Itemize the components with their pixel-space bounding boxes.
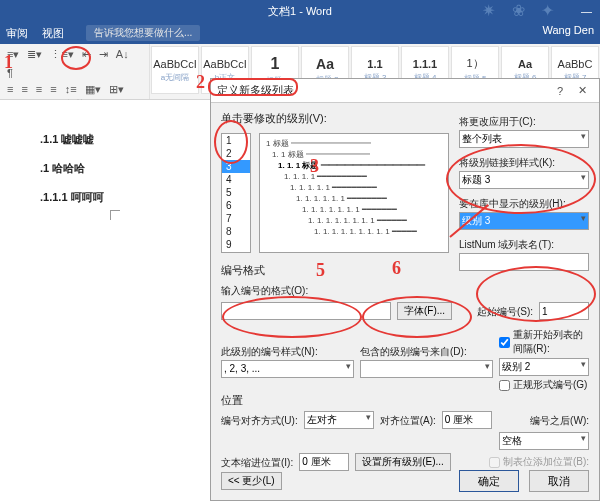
level-item-4[interactable]: 4 xyxy=(222,173,250,186)
apply-to-label: 将更改应用于(C): xyxy=(459,115,589,129)
preview-line: 1. 1. 1. 1. 1. 1. 1 ━━━━━━━ xyxy=(266,204,442,215)
decrease-indent-icon[interactable]: ⇤ xyxy=(79,46,94,63)
title-bar: 文档1 - Word — ✷ ❀ ✦ xyxy=(0,0,600,22)
align-at-input[interactable] xyxy=(442,411,492,429)
dialog-title: 定义新多级列表 xyxy=(217,83,549,98)
enter-format-input[interactable] xyxy=(221,302,391,320)
link-style-select[interactable] xyxy=(459,171,589,189)
window-title: 文档1 - Word xyxy=(268,4,332,19)
cancel-button[interactable]: 取消 xyxy=(529,470,589,492)
click-level-label: 单击要修改的级别(V): xyxy=(221,112,327,124)
align-label: 编号对齐方式(U): xyxy=(221,414,298,428)
style-no-spacing[interactable]: AaBbCcIa无间隔 xyxy=(151,46,199,94)
gallery-label: 要在库中显示的级别(H): xyxy=(459,197,589,211)
line-spacing-icon[interactable]: ↕≡ xyxy=(62,81,80,98)
paragraph-group: ≡▾ ≣▾ ⋮≡▾ ⇤ ⇥ A↓ ¶ ≡ ≡ ≡ ≡ ↕≡ ▦▾ ⊞▾ 段落 xyxy=(0,44,150,99)
page-corner-mark xyxy=(110,210,120,220)
borders-icon[interactable]: ⊞▾ xyxy=(106,81,127,98)
sort-icon[interactable]: A↓ xyxy=(113,46,132,63)
preview-line: 1. 1. 1. 1. 1. 1. 1. 1. 1 ━━━━━ xyxy=(266,226,442,237)
align-right-icon[interactable]: ≡ xyxy=(33,81,45,98)
level-item-8[interactable]: 8 xyxy=(222,225,250,238)
level-item-2[interactable]: 2 xyxy=(222,147,250,160)
tabstop-label: 制表位添加位置(B): xyxy=(503,455,589,469)
link-style-label: 将级别链接到样式(K): xyxy=(459,156,589,170)
ribbon-tabs: 审阅 视图 告诉我您想要做什么... Wang Den xyxy=(0,22,600,44)
restart-label: 重新开始列表的间隔(R): xyxy=(513,328,589,356)
align-at-label: 对齐位置(A): xyxy=(380,414,436,428)
listnum-label: ListNum 域列表名(T): xyxy=(459,238,589,252)
start-at-input[interactable] xyxy=(539,302,589,320)
tell-me-input[interactable]: 告诉我您想要做什么... xyxy=(86,25,200,41)
level-item-5[interactable]: 5 xyxy=(222,186,250,199)
preview-line: 1 标题 ━━━━━━━━━━ xyxy=(266,138,442,149)
restart-checkbox[interactable] xyxy=(499,337,510,348)
position-section-label: 位置 xyxy=(221,393,589,408)
align-justify-icon[interactable]: ≡ xyxy=(47,81,59,98)
preview-line: 1. 1. 1. 1. 1. 1 ━━━━━━━━ xyxy=(266,193,442,204)
list-preview: 1 标题 ━━━━━━━━━━ 1. 1 标题 ━━━━━━━━ 1. 1. 1… xyxy=(259,133,449,253)
multilevel-icon[interactable]: ⋮≡▾ xyxy=(47,46,76,63)
legal-checkbox[interactable] xyxy=(499,380,510,391)
preview-line: 1. 1. 1. 1. 1. 1. 1. 1 ━━━━━━ xyxy=(266,215,442,226)
numbering-icon[interactable]: ≣▾ xyxy=(24,46,45,63)
gallery-select[interactable] xyxy=(459,212,589,230)
start-at-label: 起始编号(S): xyxy=(477,305,533,319)
level-item-3[interactable]: 3 xyxy=(222,160,250,173)
follow-label: 编号之后(W): xyxy=(530,414,589,428)
tabstop-checkbox-row: 制表位添加位置(B): xyxy=(489,455,589,469)
align-left-icon[interactable]: ≡ xyxy=(4,81,16,98)
restart-select[interactable] xyxy=(499,358,589,376)
indent-label: 文本缩进位置(I): xyxy=(221,456,293,470)
dialog-close-icon[interactable]: ✕ xyxy=(571,84,593,97)
apply-to-select[interactable] xyxy=(459,130,589,148)
doc-line-3: .1.1.1 呵呵呵 xyxy=(40,190,200,205)
doc-line-2: .1 哈哈哈 xyxy=(40,161,200,176)
indent-input[interactable] xyxy=(299,453,349,471)
user-name[interactable]: Wang Den xyxy=(542,24,594,36)
doc-line-1: .1.1 嘘嘘嘘 xyxy=(40,132,200,147)
set-all-button[interactable]: 设置所有级别(E)... xyxy=(355,453,451,471)
legal-checkbox-row[interactable]: 正规形式编号(G) xyxy=(499,378,589,392)
tab-view[interactable]: 视图 xyxy=(42,26,64,41)
window-min-icon[interactable]: — xyxy=(581,5,592,17)
shading-icon[interactable]: ▦▾ xyxy=(82,81,104,98)
num-style-select[interactable] xyxy=(221,360,354,378)
tabstop-checkbox xyxy=(489,457,500,468)
bullets-icon[interactable]: ≡▾ xyxy=(4,46,22,63)
define-multilevel-list-dialog: 定义新多级列表 ? ✕ 单击要修改的级别(V): 1 2 3 4 5 6 7 8… xyxy=(210,78,600,501)
enter-format-label: 输入编号的格式(O): xyxy=(221,284,341,298)
level-listbox[interactable]: 1 2 3 4 5 6 7 8 9 xyxy=(221,133,251,253)
format-section-label: 编号格式 xyxy=(221,263,589,278)
less-button[interactable]: << 更少(L) xyxy=(221,472,282,490)
restart-checkbox-row[interactable]: 重新开始列表的间隔(R): xyxy=(499,328,589,356)
dialog-help-icon[interactable]: ? xyxy=(549,85,571,97)
font-button[interactable]: 字体(F)... xyxy=(397,302,452,320)
level-item-6[interactable]: 6 xyxy=(222,199,250,212)
level-item-7[interactable]: 7 xyxy=(222,212,250,225)
level-item-1[interactable]: 1 xyxy=(222,134,250,147)
legal-label: 正规形式编号(G) xyxy=(513,378,587,392)
decoration: ✷ ❀ ✦ xyxy=(482,1,560,20)
ok-button[interactable]: 确定 xyxy=(459,470,519,492)
include-from-select[interactable] xyxy=(360,360,493,378)
tab-review[interactable]: 审阅 xyxy=(6,26,28,41)
show-marks-icon[interactable]: ¶ xyxy=(4,65,16,81)
increase-indent-icon[interactable]: ⇥ xyxy=(96,46,111,63)
preview-line: 1. 1. 1. 1. 1 ━━━━━━━━━ xyxy=(266,182,442,193)
align-select[interactable] xyxy=(304,411,374,429)
document-canvas[interactable]: .1.1 嘘嘘嘘 .1 哈哈哈 .1.1.1 呵呵呵 xyxy=(0,100,210,501)
include-from-label: 包含的级别编号来自(D): xyxy=(360,345,493,359)
preview-line-selected: 1. 1. 1 标题 ━━━━━━━━━━━━━ xyxy=(266,160,442,171)
level-item-9[interactable]: 9 xyxy=(222,238,250,251)
follow-select[interactable] xyxy=(499,432,589,450)
num-style-label: 此级别的编号样式(N): xyxy=(221,345,354,359)
align-center-icon[interactable]: ≡ xyxy=(18,81,30,98)
preview-line: 1. 1 标题 ━━━━━━━━ xyxy=(266,149,442,160)
preview-line: 1. 1. 1. 1 ━━━━━━━━━━ xyxy=(266,171,442,182)
dialog-titlebar: 定义新多级列表 ? ✕ xyxy=(211,79,599,103)
